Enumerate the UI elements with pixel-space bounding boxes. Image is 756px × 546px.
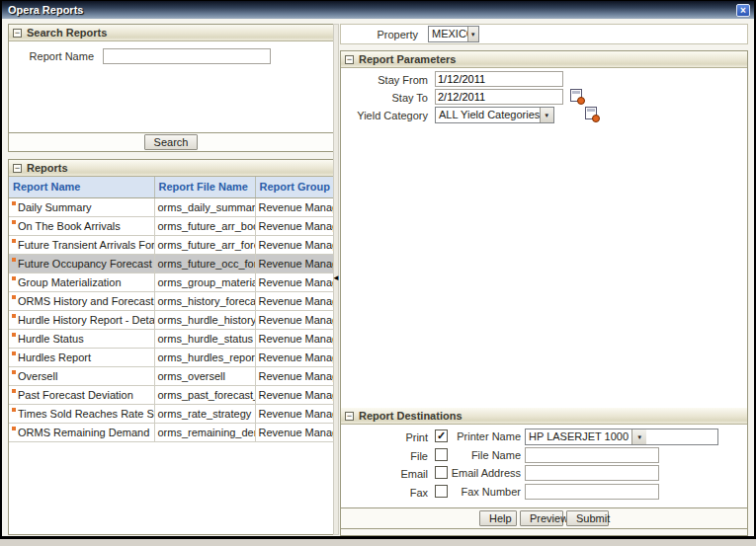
cell-report-file-name[interactable]: orms_future_arr_booked: [154, 216, 255, 235]
collapse-icon[interactable]: −: [345, 55, 354, 64]
cell-report-file-name[interactable]: orms_hurdle_history: [154, 310, 255, 329]
cell-report-file-name[interactable]: orms_past_forecast_dev...: [154, 385, 255, 404]
cell-report-file-name[interactable]: orms_hurdle_status: [154, 329, 255, 348]
cell-report-file-name[interactable]: orms_history_forecast: [154, 291, 255, 310]
search-reports-panel: − Search Reports Report Name Search: [8, 24, 334, 152]
cell-report-group[interactable]: Revenue Manage...: [255, 273, 333, 291]
dropdown-arrow-icon[interactable]: ▼: [631, 429, 646, 444]
cell-report-file-name[interactable]: orms_future_arr_forecast: [154, 235, 255, 254]
table-row[interactable]: Future Transient Arrivals Forecastorms_f…: [9, 235, 333, 254]
cell-report-file-name[interactable]: orms_future_occ_forecast: [154, 254, 255, 273]
cell-report-group[interactable]: Revenue Manage...: [255, 310, 333, 329]
file-name-input[interactable]: [525, 447, 659, 463]
cell-report-file-name[interactable]: orms_hurdles_report: [154, 348, 255, 366]
collapse-icon[interactable]: −: [345, 412, 354, 421]
calendar-picker-icon[interactable]: [570, 89, 582, 102]
preview-button[interactable]: Preview: [520, 510, 563, 526]
printer-name-dropdown[interactable]: HP LASERJET 1000 ▼: [525, 429, 718, 445]
search-button[interactable]: Search: [144, 134, 199, 150]
cell-report-name[interactable]: ORMS History and Forecast: [9, 291, 154, 310]
cell-report-name[interactable]: Times Sold Reaches Rate Strategies: [9, 404, 154, 423]
destination-checkbox[interactable]: [435, 448, 448, 461]
yield-category-dropdown[interactable]: ALL Yield Categories ▼: [435, 107, 554, 123]
reports-panel: − Reports Report Name Report File Name R…: [8, 159, 334, 535]
email-checkbox-label: Email: [341, 468, 428, 480]
submit-button[interactable]: Submit: [566, 510, 609, 526]
table-row[interactable]: Oversellorms_oversellRevenue Manage...: [9, 366, 333, 385]
column-header-report-name[interactable]: Report Name: [9, 177, 154, 197]
cell-report-group[interactable]: Revenue Manage...: [255, 254, 333, 273]
close-button[interactable]: ×: [736, 4, 750, 17]
destination-checkbox[interactable]: ✓: [435, 429, 448, 442]
table-row[interactable]: Future Occupancy Forecastorms_future_occ…: [9, 254, 333, 273]
help-button[interactable]: Help: [479, 510, 517, 526]
table-row[interactable]: Past Forecast Deviationorms_past_forecas…: [9, 385, 333, 404]
column-header-report-file-name[interactable]: Report File Name: [154, 177, 255, 197]
cell-report-group[interactable]: Revenue Manage...: [255, 366, 333, 385]
collapse-icon[interactable]: −: [13, 164, 22, 173]
table-row[interactable]: ORMS History and Forecastorms_history_fo…: [9, 291, 333, 310]
table-row[interactable]: Group Materializationorms_group_material…: [9, 273, 333, 291]
table-header-row: Report Name Report File Name Report Grou…: [9, 177, 333, 197]
stay-to-input[interactable]: [435, 89, 563, 105]
report-name-label: Report Name: [9, 50, 103, 62]
cell-report-name[interactable]: Daily Summary: [9, 197, 154, 216]
table-row[interactable]: ORMS Remaining Demandorms_remaining_dema…: [9, 423, 333, 441]
table-row[interactable]: Hurdle Statusorms_hurdle_statusRevenue M…: [9, 329, 333, 348]
report-destinations-header: − Report Destinations: [341, 408, 747, 425]
status-strip: [341, 528, 747, 535]
cell-report-group[interactable]: Revenue Manage...: [255, 404, 333, 423]
cell-report-group[interactable]: Revenue Manage...: [255, 423, 333, 441]
cell-report-group[interactable]: Revenue Manage...: [255, 216, 333, 235]
table-row[interactable]: On The Book Arrivalsorms_future_arr_book…: [9, 216, 333, 235]
calendar-picker-icon[interactable]: [585, 107, 597, 119]
cell-report-group[interactable]: Revenue Manage...: [255, 197, 333, 216]
property-dropdown[interactable]: MEXICO ▼: [428, 26, 479, 42]
section-title-reports: Reports: [27, 162, 68, 174]
search-button-bar: Search: [9, 132, 333, 151]
panel-splitter[interactable]: ◄: [333, 24, 339, 535]
cell-report-file-name[interactable]: orms_daily_summary: [154, 197, 255, 216]
cell-report-name[interactable]: Oversell: [9, 366, 154, 385]
cell-report-group[interactable]: Revenue Manage...: [255, 291, 333, 310]
collapse-icon[interactable]: −: [13, 29, 22, 38]
required-marker-icon: [12, 427, 16, 430]
column-header-report-group[interactable]: Report Group: [255, 177, 333, 197]
cell-report-group[interactable]: Revenue Manage...: [255, 385, 333, 404]
stay-from-label: Stay From: [341, 74, 428, 86]
required-marker-icon: [12, 389, 16, 393]
cell-report-file-name[interactable]: orms_group_materialization: [154, 273, 255, 291]
cell-report-name[interactable]: Hurdle History Report - Detailed: [9, 310, 154, 329]
cell-report-name[interactable]: Past Forecast Deviation: [9, 385, 154, 404]
required-marker-icon: [12, 351, 16, 355]
report-name-input[interactable]: [103, 48, 271, 64]
destination-checkbox[interactable]: [435, 485, 448, 498]
table-row[interactable]: Hurdles Reportorms_hurdles_reportRevenue…: [9, 348, 333, 366]
printer-name-label: Printer Name: [450, 430, 521, 442]
cell-report-group[interactable]: Revenue Manage...: [255, 235, 333, 254]
cell-report-name[interactable]: Hurdles Report: [9, 348, 154, 366]
required-marker-icon: [12, 239, 16, 243]
cell-report-file-name[interactable]: orms_rate_strategy: [154, 404, 255, 423]
cell-report-name[interactable]: Hurdle Status: [9, 329, 154, 348]
cell-report-name[interactable]: Future Transient Arrivals Forecast: [9, 235, 154, 254]
destination-checkbox[interactable]: [435, 466, 448, 479]
cell-report-file-name[interactable]: orms_oversell: [154, 366, 255, 385]
cell-report-name[interactable]: On The Book Arrivals: [9, 216, 154, 235]
cell-report-file-name[interactable]: orms_remaining_demand: [154, 423, 255, 441]
dropdown-arrow-icon[interactable]: ▼: [467, 27, 478, 41]
stay-to-label: Stay To: [341, 92, 428, 104]
table-row[interactable]: Hurdle History Report - Detailedorms_hur…: [9, 310, 333, 329]
table-row[interactable]: Daily Summaryorms_daily_summaryRevenue M…: [9, 197, 333, 216]
dropdown-arrow-icon[interactable]: ▼: [540, 108, 553, 122]
fax-number-input[interactable]: [525, 484, 659, 500]
cell-report-group[interactable]: Revenue Manage...: [255, 348, 333, 366]
stay-from-input[interactable]: [435, 71, 563, 87]
cell-report-name[interactable]: Group Materialization: [9, 273, 154, 291]
cell-report-group[interactable]: Revenue Manage...: [255, 329, 333, 348]
cell-report-name[interactable]: Future Occupancy Forecast: [9, 254, 154, 273]
splitter-collapse-icon[interactable]: ◄: [332, 274, 340, 282]
email-address-input[interactable]: [525, 465, 659, 481]
cell-report-name[interactable]: ORMS Remaining Demand: [9, 423, 154, 441]
table-row[interactable]: Times Sold Reaches Rate Strategiesorms_r…: [9, 404, 333, 423]
